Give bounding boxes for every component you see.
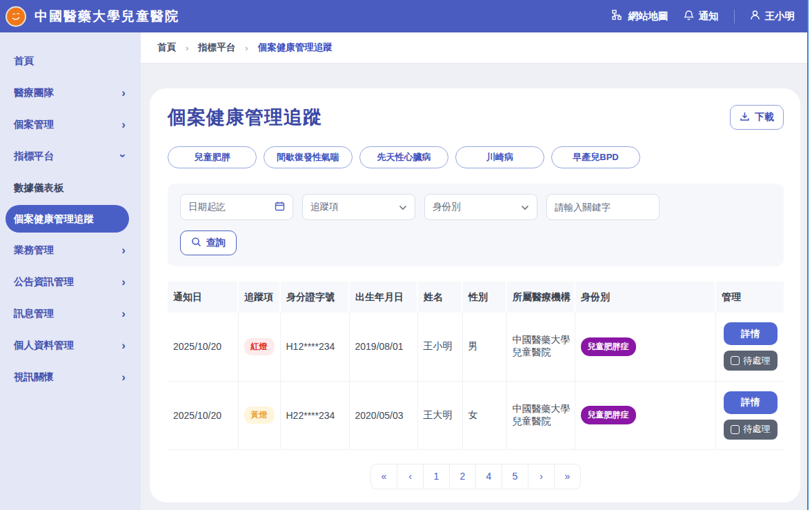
sidebar-item-label: 訊息管理 bbox=[14, 307, 54, 320]
tab-intermittent-asthma[interactable]: 間歇復發性氣喘 bbox=[264, 146, 353, 168]
sidebar: 首頁 醫療團隊 個案管理 指標平台 數據儀表板 個案健康管理追蹤 業務管理 公告… bbox=[0, 32, 141, 510]
pending-label: 待處理 bbox=[743, 355, 770, 367]
breadcrumb-indicator-platform[interactable]: 指標平台 bbox=[198, 41, 235, 54]
identity-select[interactable]: 身份別 bbox=[424, 194, 537, 220]
cell-name: 王小明 bbox=[417, 313, 462, 381]
query-button[interactable]: 查詢 bbox=[180, 231, 237, 255]
sidebar-item-case-health-tracking[interactable]: 個案健康管理追蹤 bbox=[6, 205, 129, 233]
sidebar-item-announcement-management[interactable]: 公告資訊管理 bbox=[0, 266, 141, 297]
chevron-down-icon bbox=[521, 201, 529, 213]
sidebar-item-profile-management[interactable]: 個人資料管理 bbox=[0, 329, 141, 361]
app-title: 中國醫藥大學兒童醫院 bbox=[34, 8, 179, 26]
header-divider bbox=[734, 10, 735, 23]
chevron-down-icon bbox=[399, 201, 407, 213]
checkbox-icon bbox=[731, 425, 740, 434]
status-badge: 紅燈 bbox=[244, 338, 275, 355]
col-tracking-item: 追蹤項 bbox=[238, 282, 280, 313]
pagination-page-1[interactable]: 1 bbox=[423, 464, 450, 489]
date-range-placeholder: 日期起訖 bbox=[188, 201, 226, 213]
keyword-field bbox=[546, 194, 660, 220]
sidebar-item-label: 個案健康管理追蹤 bbox=[14, 213, 94, 226]
cell-hospital: 中國醫藥大學兒童醫院 bbox=[506, 313, 575, 381]
pagination: « ‹ 1 2 4 5 › » bbox=[168, 464, 784, 489]
sidebar-item-indicator-platform[interactable]: 指標平台 bbox=[0, 140, 141, 172]
sidebar-item-medical-team[interactable]: 醫療團隊 bbox=[0, 77, 141, 108]
sidebar-item-label: 指標平台 bbox=[14, 150, 54, 163]
cell-notify-date: 2025/10/20 bbox=[168, 313, 238, 381]
col-manage: 管理 bbox=[715, 282, 784, 313]
query-label: 查詢 bbox=[206, 237, 226, 249]
pagination-page-5[interactable]: 5 bbox=[502, 464, 528, 489]
table-row: 2025/10/20 紅燈 H12****234 2019/08/01 王小明 … bbox=[168, 313, 784, 381]
col-id-number: 身分證字號 bbox=[280, 282, 349, 313]
cell-gender: 女 bbox=[462, 381, 506, 449]
checkbox-icon bbox=[731, 356, 740, 365]
bell-icon bbox=[684, 10, 694, 23]
pagination-last[interactable]: » bbox=[554, 464, 581, 489]
calendar-icon bbox=[275, 201, 285, 214]
sidebar-item-case-management[interactable]: 個案管理 bbox=[0, 108, 141, 140]
top-header-bar: 中國醫藥大學兒童醫院 網站地圖 bbox=[0, 0, 807, 32]
cell-hospital: 中國醫藥大學兒童醫院 bbox=[506, 381, 575, 449]
search-icon bbox=[191, 237, 201, 249]
detail-button[interactable]: 詳情 bbox=[724, 322, 778, 345]
cell-notify-date: 2025/10/20 bbox=[168, 381, 238, 449]
sidebar-item-data-dashboard[interactable]: 數據儀表板 bbox=[0, 172, 141, 204]
chevron-right-icon bbox=[121, 119, 126, 130]
chevron-down-icon bbox=[121, 150, 126, 162]
chevron-right-icon bbox=[121, 276, 126, 288]
pagination-next[interactable]: › bbox=[528, 464, 555, 489]
user-menu[interactable]: 王小明 bbox=[750, 10, 795, 23]
col-identity: 身份別 bbox=[575, 282, 715, 313]
cell-id-number: H12****234 bbox=[280, 313, 349, 381]
breadcrumb-current: 個案健康管理追蹤 bbox=[258, 41, 333, 54]
cell-id-number: H22****234 bbox=[280, 381, 349, 449]
col-birth-date: 出生年月日 bbox=[349, 282, 417, 313]
sidebar-item-video-care[interactable]: 視訊關懷 bbox=[0, 361, 141, 393]
tab-congenital-heart-disease[interactable]: 先天性心臟病 bbox=[359, 146, 448, 168]
pending-button[interactable]: 待處理 bbox=[724, 420, 778, 440]
user-name: 王小明 bbox=[765, 10, 795, 23]
col-gender: 性別 bbox=[462, 282, 506, 313]
pagination-first[interactable]: « bbox=[370, 464, 397, 489]
col-name: 姓名 bbox=[417, 282, 462, 313]
app-window: 中國醫藥大學兒童醫院 網站地圖 bbox=[0, 0, 812, 510]
breadcrumb-home[interactable]: 首頁 bbox=[157, 41, 176, 54]
sidebar-item-label: 公告資訊管理 bbox=[14, 275, 74, 288]
sidebar-item-message-management[interactable]: 訊息管理 bbox=[0, 297, 141, 329]
keyword-input[interactable] bbox=[555, 202, 651, 213]
tab-child-obesity[interactable]: 兒童肥胖 bbox=[168, 146, 257, 168]
main-content: 首頁 › 指標平台 › 個案健康管理追蹤 個案健康管理追蹤 下載 bbox=[141, 32, 807, 510]
pagination-prev[interactable]: ‹ bbox=[397, 464, 424, 489]
identity-badge: 兒童肥胖症 bbox=[581, 406, 636, 424]
table-header-row: 通知日 追蹤項 身分證字號 出生年月日 姓名 性別 所屬醫療機構 身份別 管理 bbox=[168, 282, 784, 313]
tracking-item-select[interactable]: 追蹤項 bbox=[302, 194, 415, 220]
cell-gender: 男 bbox=[462, 313, 506, 381]
download-button[interactable]: 下載 bbox=[730, 105, 784, 130]
search-filter-panel: 日期起訖 追蹤項 bbox=[168, 184, 784, 266]
notification-link[interactable]: 通知 bbox=[684, 10, 719, 23]
breadcrumb-separator-icon: › bbox=[245, 43, 248, 53]
sidebar-item-home[interactable]: 首頁 bbox=[0, 45, 141, 77]
pending-button[interactable]: 待處理 bbox=[724, 351, 778, 371]
sidebar-item-label: 視訊關懷 bbox=[14, 371, 54, 384]
col-notify-date: 通知日 bbox=[168, 282, 238, 313]
pending-label: 待處理 bbox=[743, 423, 770, 435]
identity-badge: 兒童肥胖症 bbox=[581, 337, 636, 356]
scrollbar-thumb[interactable] bbox=[807, 0, 809, 510]
col-hospital: 所屬醫療機構 bbox=[506, 282, 575, 313]
chevron-right-icon bbox=[121, 340, 126, 351]
page-title: 個案健康管理追蹤 bbox=[168, 105, 322, 130]
scrollbar-track[interactable] bbox=[807, 0, 812, 510]
tab-kawasaki-disease[interactable]: 川崎病 bbox=[455, 146, 544, 168]
tab-premature-bpd[interactable]: 早產兒BPD bbox=[551, 146, 640, 168]
date-range-picker[interactable]: 日期起訖 bbox=[180, 194, 293, 220]
detail-button[interactable]: 詳情 bbox=[724, 391, 778, 414]
sidebar-item-business-management[interactable]: 業務管理 bbox=[0, 234, 141, 266]
identity-placeholder: 身份別 bbox=[433, 201, 461, 213]
pagination-page-2[interactable]: 2 bbox=[449, 464, 476, 489]
download-icon bbox=[740, 111, 750, 124]
notification-label: 通知 bbox=[699, 10, 719, 23]
sitemap-link[interactable]: 網站地圖 bbox=[612, 10, 669, 23]
pagination-page-4[interactable]: 4 bbox=[475, 464, 502, 489]
